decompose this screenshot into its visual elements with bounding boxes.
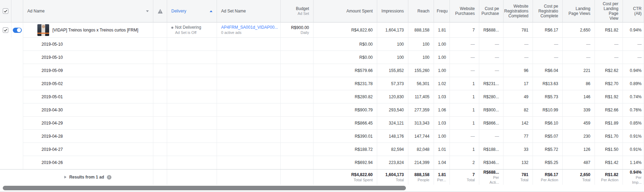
- errors-header[interactable]: [153, 0, 167, 22]
- landing-page-views-cell: 2,650: [563, 22, 595, 38]
- toggle-knob: [17, 28, 21, 32]
- website-registrations-header[interactable]: Website Registrations Completed: [504, 0, 533, 22]
- delivery-header[interactable]: Delivery: [167, 0, 217, 22]
- breakdown-row: 2019-05-10 R$0.001001001.00———————: [0, 38, 644, 51]
- cost-per-landing-page-view-cell: R$2.62: [595, 64, 623, 77]
- impressions-header[interactable]: Impressions: [377, 0, 408, 22]
- cost-per-landing-page-view-cell: R$2.70: [595, 77, 623, 90]
- total-value: 781: [521, 172, 528, 177]
- landing-page-views-header[interactable]: Landing Page Views: [563, 0, 595, 22]
- ad-set-name-cell: [217, 130, 281, 143]
- impressions-cell: 324,121: [377, 117, 408, 130]
- website-registrations-cell: 142: [504, 117, 533, 130]
- budget-header[interactable]: Budget Ad Set: [281, 0, 314, 22]
- ad-set-name-cell: [217, 117, 281, 130]
- website-registrations-cell: 132: [504, 156, 533, 169]
- row-spacer: [0, 143, 23, 156]
- reach-cell: 277,359: [408, 103, 434, 117]
- status-dot-icon: [171, 27, 173, 29]
- ad-set-name-cell: [217, 77, 281, 90]
- impressions-cell: 100: [377, 51, 408, 64]
- website-registrations-total-cell: 781Total: [504, 170, 533, 185]
- impressions-cell: 148,176: [377, 130, 408, 143]
- landing-page-views-cell: 230: [563, 130, 595, 143]
- delivery-header-label: Delivery: [171, 9, 186, 13]
- cost-per-registration-header[interactable]: Cost pe Registratio Complete: [533, 0, 563, 22]
- frequency-cell: 1.02: [434, 77, 450, 90]
- cost-per-landing-page-view-header[interactable]: Cost per Landing Page View: [595, 0, 623, 22]
- total-value: R$688...: [483, 170, 499, 175]
- errors-cell: [153, 156, 167, 169]
- cost-per-purchase-cell: —: [479, 130, 504, 143]
- info-icon[interactable]: i: [107, 175, 111, 180]
- delivery-cell: [167, 51, 217, 64]
- ad-status-toggle[interactable]: [13, 28, 22, 33]
- cost-per-purchase-total-cell: R$688...Per Acti...: [479, 170, 504, 185]
- reach-cell: 117,405: [408, 90, 434, 103]
- cost-per-registration-cell: R$5.73: [533, 90, 563, 103]
- ad-set-name-link[interactable]: AP4FRM_SA001d_VIDAP00...: [221, 25, 276, 30]
- ad-thumbnail[interactable]: [37, 24, 49, 36]
- errors-cell: [153, 103, 167, 117]
- ctr-all-cell: 0.89%: [623, 77, 644, 90]
- breakdown-row: 2019-05-09 R$579.66155,852155,2601.00——9…: [0, 64, 644, 77]
- impressions-cell: 1,604,173: [377, 22, 408, 38]
- ctr-all-header[interactable]: CTR (All): [623, 0, 644, 22]
- errors-cell: [153, 51, 167, 64]
- ads-manager-table: Ad Name Delivery Ad Set Name Budget Ad S…: [0, 0, 644, 192]
- total-value: R$4,822.60: [351, 172, 373, 177]
- website-purchases-cell: 1: [450, 143, 479, 156]
- horizontal-scrollbar[interactable]: [0, 185, 644, 192]
- cost-per-purchase-cell: R$231...: [479, 77, 504, 90]
- impressions-cell: 155,852: [377, 64, 408, 77]
- errors-cell: [153, 64, 167, 77]
- website-purchases-cell: —: [450, 64, 479, 77]
- budget-header-sublabel: Ad Set: [298, 11, 309, 16]
- budget-cell: [281, 77, 314, 90]
- cost-per-purchase-cell: R$688...: [479, 22, 504, 38]
- budget-cell: [281, 117, 314, 130]
- frequency-total-cell: 1.81Per...: [434, 170, 450, 185]
- reach-cell: 888,158: [408, 22, 434, 38]
- delivery-status: Not Delivering: [171, 25, 212, 30]
- landing-page-views-cell: 339: [563, 103, 595, 117]
- impressions-cell: 120,830: [377, 90, 408, 103]
- total-value: R$6.17: [545, 172, 558, 177]
- ad-set-name-header[interactable]: Ad Set Name: [217, 0, 281, 22]
- ad-set-name-cell: [217, 64, 281, 77]
- amount-spent-cell: R$0.00: [314, 38, 377, 51]
- frequency-cell: 1.04: [434, 156, 450, 169]
- errors-cell: [153, 143, 167, 156]
- cost-per-landing-page-view-cell: —: [595, 38, 623, 51]
- cost-per-purchase-header[interactable]: Cost pe Purchase: [479, 0, 504, 22]
- website-purchases-header[interactable]: Website Purchases: [450, 0, 479, 22]
- budget-value: R$900.00: [291, 25, 309, 30]
- budget-type: Daily: [301, 30, 309, 35]
- frequency-cell: 1.06: [434, 103, 450, 117]
- cost-per-registration-cell: R$5.25: [533, 156, 563, 169]
- ad-name-link[interactable]: [VIDAP] Treinos longos x Treinos curtos …: [52, 28, 138, 33]
- reach-header[interactable]: Reach: [408, 0, 434, 22]
- website-purchases-cell: 1: [450, 103, 479, 117]
- budget-cell: [281, 103, 314, 117]
- total-value: 2,650: [580, 172, 590, 177]
- frequency-header[interactable]: Frequ: [434, 0, 450, 22]
- scrollbar-thumb[interactable]: [3, 186, 406, 190]
- reach-cell: 155,260: [408, 64, 434, 77]
- amount-spent-header[interactable]: Amount Spent: [314, 0, 377, 22]
- website-purchases-cell: —: [450, 38, 479, 51]
- delivery-substatus: Ad Set is Off: [171, 30, 212, 35]
- totals-row: Results from 1 ad i R$4,822.60Total Spen…: [0, 169, 644, 185]
- select-all-checkbox[interactable]: [3, 8, 8, 14]
- cost-per-registration-cell: R$5.07: [533, 130, 563, 143]
- ad-set-name-cell: [217, 143, 281, 156]
- ctr-all-cell: —: [623, 38, 644, 51]
- chevron-down-icon[interactable]: [146, 10, 149, 12]
- cost-per-registration-cell: R$13.63: [533, 77, 563, 90]
- amount-spent-cell: R$390.01: [314, 130, 377, 143]
- row-checkbox[interactable]: [3, 27, 8, 33]
- amount-spent-cell: R$692.94: [314, 156, 377, 169]
- table-header-row: Ad Name Delivery Ad Set Name Budget Ad S…: [0, 0, 644, 22]
- expand-icon[interactable]: [64, 176, 66, 179]
- ad-name-header[interactable]: Ad Name: [23, 0, 153, 22]
